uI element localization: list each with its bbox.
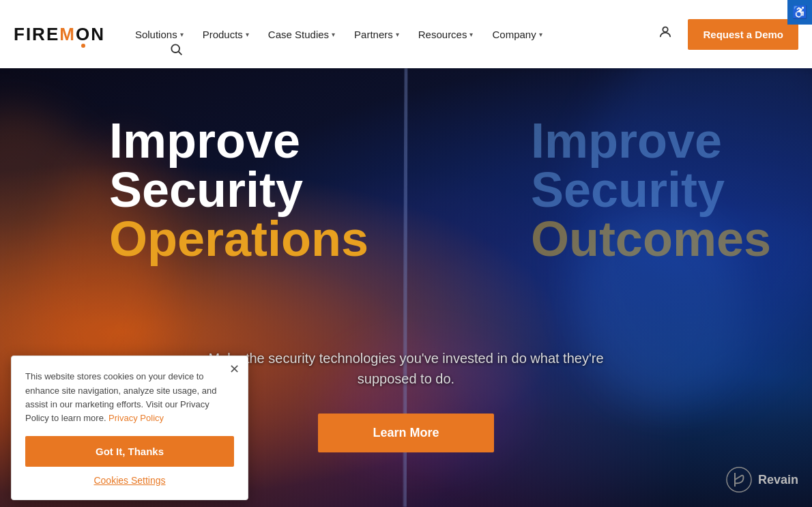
hero-headline-right: Improve Security Outcomes (531, 116, 771, 263)
chevron-down-icon: ▾ (332, 31, 335, 38)
cookie-accept-button[interactable]: Got It, Thanks (25, 436, 234, 467)
search-button[interactable] (169, 42, 183, 59)
hero-line-operations: Operations (109, 214, 368, 263)
svg-point-3 (727, 467, 751, 492)
header: FIREMON Solutions ▾ Products ▾ Case Stud… (0, 0, 812, 68)
svg-point-1 (171, 44, 179, 53)
chevron-down-icon: ▾ (469, 31, 473, 38)
nav-case-studies[interactable]: Case Studies ▾ (259, 22, 345, 47)
nav-company[interactable]: Company ▾ (482, 22, 551, 47)
chevron-down-icon: ▾ (396, 31, 399, 38)
hero-ghost-security: Security (531, 165, 771, 214)
chevron-down-icon: ▾ (246, 31, 249, 38)
logo-text: FIREMON (14, 24, 105, 45)
hero-ghost-outcomes: Outcomes (531, 214, 771, 263)
request-demo-button[interactable]: Request a Demo (688, 19, 798, 50)
hero-ghost-improve: Improve (531, 116, 771, 165)
cookie-text: This website stores cookies on your devi… (25, 370, 234, 425)
accessibility-icon: ♿ (792, 5, 807, 20)
revain-label: Revain (758, 473, 798, 487)
user-icon[interactable] (654, 20, 677, 48)
nav-actions: Request a Demo (654, 19, 798, 50)
chevron-down-icon: ▾ (539, 31, 542, 38)
hero-subtext: Make the security technologies you've in… (201, 348, 611, 389)
hero-headline-left: Improve Security Operations (109, 116, 368, 263)
svg-point-0 (663, 27, 668, 32)
hero-line-security: Security (109, 165, 368, 214)
learn-more-button[interactable]: Learn More (318, 414, 493, 452)
hero-line-improve: Improve (109, 116, 368, 165)
cookie-settings-button[interactable]: Cookies Settings (25, 475, 234, 486)
chevron-down-icon: ▾ (180, 31, 184, 38)
nav-products[interactable]: Products ▾ (193, 22, 259, 47)
accessibility-button[interactable]: ♿ (787, 0, 812, 25)
revain-logo-icon (725, 466, 753, 493)
cookie-consent-modal: ✕ This website stores cookies on your de… (11, 356, 248, 500)
nav-resources[interactable]: Resources ▾ (409, 22, 483, 47)
revain-badge: Revain (725, 466, 798, 493)
cookie-close-button[interactable]: ✕ (229, 363, 240, 375)
logo[interactable]: FIREMON (14, 24, 105, 45)
main-nav: Solutions ▾ Products ▾ Case Studies ▾ Pa… (126, 22, 654, 47)
nav-partners[interactable]: Partners ▾ (345, 22, 409, 47)
privacy-policy-link[interactable]: Privacy Policy (106, 413, 164, 423)
svg-line-2 (179, 52, 182, 55)
